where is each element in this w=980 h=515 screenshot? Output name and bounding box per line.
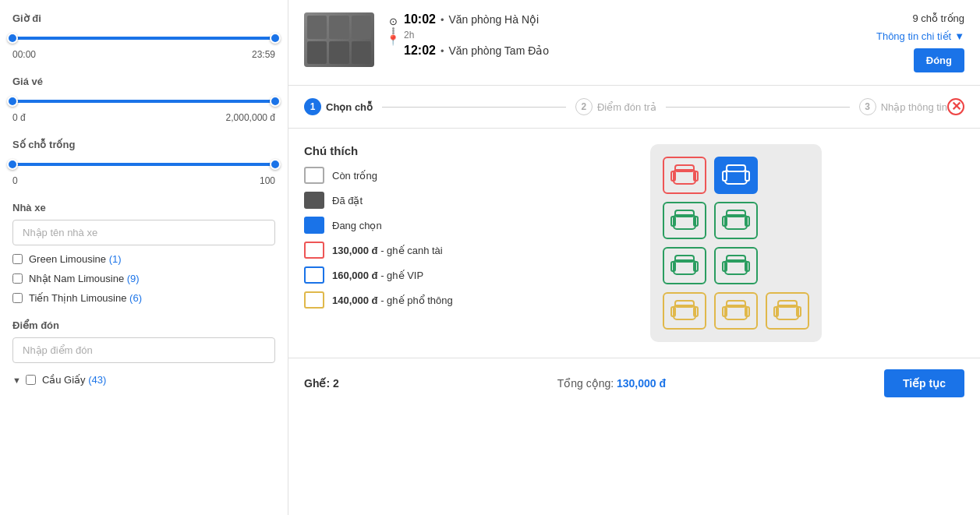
step-1-circle: 1 — [304, 98, 321, 115]
sim-seat — [352, 16, 371, 39]
price-max: 2,000,000 đ — [226, 112, 275, 123]
seats-min: 0 — [12, 175, 18, 186]
price-min: 0 đ — [12, 112, 26, 123]
seats-max: 100 — [260, 175, 275, 186]
step-divider-1 — [382, 107, 566, 108]
circle-icon: ⊙ — [389, 16, 398, 27]
step-2: 2 Điểm đón trả — [575, 98, 656, 115]
time-filter-label: Giờ đi — [12, 12, 275, 24]
legend-pho-thong-icon — [304, 291, 324, 309]
legend-title: Chú thích — [304, 144, 476, 157]
chevron-down-icon: ▼ — [12, 376, 21, 385]
seats-slider[interactable] — [12, 157, 275, 172]
company-item-0[interactable]: Green Limousine (1) — [12, 253, 275, 265]
step-divider-2 — [666, 107, 850, 108]
seat-info: Ghế: 2 — [304, 377, 339, 390]
seat-selected-1[interactable] — [714, 157, 758, 194]
seat-green-1[interactable] — [663, 202, 706, 239]
seat-legend: Chú thích Còn trống Đã đặt Đang chọn 130… — [304, 144, 476, 342]
detail-link[interactable]: Thông tin chi tiết ▼ — [876, 30, 964, 42]
sim-seat — [307, 16, 327, 39]
legend-selecting: Đang chọn — [304, 217, 476, 234]
sidebar: Giờ đi 00:00 23:59 Giá vé 0 đ 2,000,000 … — [0, 0, 288, 515]
time-slider[interactable] — [12, 30, 275, 46]
legend-pho-thong-label: 140,000 đ - ghế phổ thông — [332, 295, 453, 306]
close-trip-button[interactable]: Đóng — [914, 48, 964, 72]
seat-pink-1[interactable] — [663, 157, 706, 194]
legend-empty-label: Còn trống — [332, 170, 377, 182]
pickup-filter: Điểm đón ▼ Cầu Giấy (43) — [12, 319, 275, 386]
seats-thumb-min[interactable] — [7, 159, 18, 170]
legend-booked-label: Đã đặt — [332, 195, 363, 206]
legend-empty-icon — [304, 167, 324, 184]
trip-times-block: ⊙ 📍 10:02 • Văn phòng Hà Nội 2h 12:02 • … — [387, 12, 876, 58]
company-item-1[interactable]: Nhật Nam Limousine (9) — [12, 273, 275, 284]
step-1-label: Chọn chỗ — [326, 101, 373, 113]
seat-green-4[interactable] — [714, 247, 758, 284]
company-item-2[interactable]: Tiến Thịnh Limousine (6) — [12, 292, 275, 304]
seats-track — [12, 163, 275, 166]
time-fill — [12, 37, 275, 40]
company-label-2: Tiến Thịnh Limousine (6) — [29, 292, 142, 304]
legend-booked-icon — [304, 192, 324, 209]
step-3: 3 Nhập thông tin — [859, 98, 947, 115]
depart-time: 10:02 — [404, 12, 436, 26]
pickup-location-label: Cầu Giấy (43) — [42, 374, 106, 386]
trip-icons: ⊙ 📍 — [387, 12, 399, 46]
pickup-search-input[interactable] — [12, 337, 275, 363]
close-steps-button[interactable]: ✕ — [947, 98, 964, 115]
seat-yellow-3[interactable] — [766, 292, 809, 330]
continue-button[interactable]: Tiếp tục — [884, 369, 964, 397]
sim-seat — [329, 41, 348, 65]
seat-row-4 — [663, 292, 809, 330]
svg-rect-7 — [745, 171, 749, 181]
seats-left: 9 chỗ trống — [912, 12, 964, 24]
seat-label: Ghế: — [304, 377, 330, 390]
legend-empty: Còn trống — [304, 167, 476, 184]
seat-green-2[interactable] — [714, 202, 758, 239]
time-thumb-min[interactable] — [7, 33, 18, 44]
company-checkbox-0[interactable] — [12, 254, 23, 264]
trip-details: 10:02 • Văn phòng Hà Nội 2h 12:02 • Văn … — [404, 12, 549, 58]
sim-seat — [352, 41, 371, 65]
arrive-time: 12:02 — [404, 44, 436, 58]
company-checkbox-1[interactable] — [12, 273, 23, 284]
company-checkbox-2[interactable] — [12, 293, 23, 303]
legend-booked: Đã đặt — [304, 192, 476, 209]
pickup-location-row[interactable]: ▼ Cầu Giấy (43) — [12, 374, 275, 386]
company-search-input[interactable] — [12, 220, 275, 245]
time-thumb-max[interactable] — [270, 33, 281, 44]
company-label-1: Nhật Nam Limousine (9) — [29, 273, 140, 284]
seat-selection-content: Chú thích Còn trống Đã đặt Đang chọn 130… — [288, 129, 980, 358]
time-min: 00:00 — [12, 49, 36, 60]
pickup-checkbox-cau-giay[interactable] — [26, 375, 36, 385]
seats-thumb-max[interactable] — [270, 159, 281, 170]
seat-yellow-2[interactable] — [714, 292, 758, 330]
arrive-office: Văn phòng Tam Đảo — [448, 44, 549, 57]
depart-row: 10:02 • Văn phòng Hà Nội — [404, 12, 549, 26]
step-3-label: Nhập thông tin — [881, 101, 947, 113]
sim-seat — [329, 16, 348, 39]
legend-pho-thong: 140,000 đ - ghế phổ thông — [304, 291, 476, 309]
trip-duration: 2h — [404, 30, 549, 41]
trip-header: ⊙ 📍 10:02 • Văn phòng Hà Nội 2h 12:02 • … — [288, 0, 980, 86]
seat-count: 2 — [333, 377, 339, 390]
chevron-down-icon: ▼ — [954, 30, 964, 42]
seat-map-area — [507, 144, 964, 342]
bus-seat-sim — [307, 16, 371, 64]
seat-shape-yellow3-icon — [773, 299, 801, 323]
bottom-bar: Ghế: 2 Tổng cộng: 130,000 đ Tiếp tục — [288, 358, 980, 408]
price-thumb-max[interactable] — [270, 96, 281, 107]
seat-shape-selected-icon — [722, 164, 750, 187]
seat-yellow-1[interactable] — [663, 292, 706, 330]
price-slider[interactable] — [12, 93, 275, 109]
svg-rect-5 — [727, 165, 745, 171]
company-filter-label: Nhà xe — [12, 202, 275, 213]
thumbnail-image — [304, 12, 374, 67]
legend-selecting-label: Đang chọn — [332, 220, 382, 231]
seat-shape-green2-icon — [722, 209, 750, 232]
seat-green-3[interactable] — [663, 247, 706, 284]
price-thumb-min[interactable] — [7, 96, 18, 107]
seats-fill — [12, 163, 275, 166]
arrive-row: 12:02 • Văn phòng Tam Đảo — [404, 44, 549, 58]
